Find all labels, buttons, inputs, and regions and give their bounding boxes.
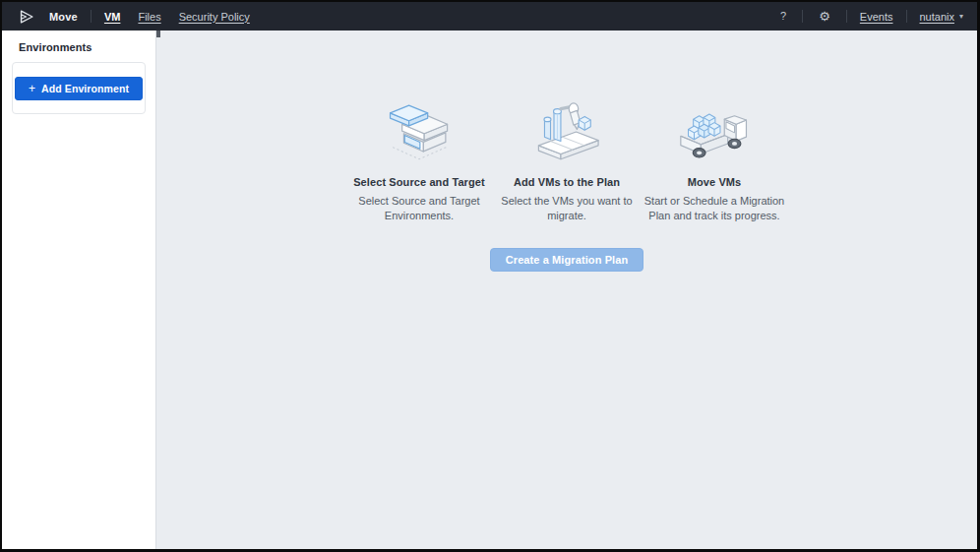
- environments-sidebar: Environments + Add Environment: [2, 31, 156, 549]
- user-menu[interactable]: nutanix ▾: [920, 11, 964, 23]
- step-add-vms: Add VMs to the Plan Select the VMs you w…: [493, 93, 641, 223]
- step-description: Start or Schedule a Migration Plan and t…: [641, 194, 788, 223]
- user-menu-label: nutanix: [920, 11, 954, 23]
- top-navbar: Move VM Files Security Policy ? ⚙ Events…: [2, 2, 977, 31]
- tab-files[interactable]: Files: [138, 11, 160, 23]
- nav-tabs: VM Files Security Policy: [104, 11, 250, 23]
- nav-divider: [802, 10, 803, 23]
- chevron-down-icon: ▾: [959, 13, 963, 21]
- help-button[interactable]: ?: [777, 9, 789, 24]
- events-link[interactable]: Events: [860, 11, 893, 23]
- step-select-source-target: Select Source and Target Select Source a…: [345, 93, 493, 223]
- tab-security-policy[interactable]: Security Policy: [179, 11, 250, 23]
- source-target-stack-illustration: [345, 93, 493, 166]
- step-title: Select Source and Target: [345, 176, 493, 188]
- step-move-vms: Move VMs Start or Schedule a Migration P…: [641, 93, 788, 223]
- add-environment-label: Add Environment: [41, 83, 129, 94]
- environments-card: + Add Environment: [12, 62, 146, 114]
- main-panel: Select Source and Target Select Source a…: [156, 31, 977, 549]
- scrollbar-thumb[interactable]: [156, 31, 160, 37]
- tab-vm[interactable]: VM: [104, 11, 121, 23]
- content-area: Environments + Add Environment: [2, 31, 977, 549]
- nav-divider: [91, 10, 92, 23]
- add-environment-button[interactable]: + Add Environment: [15, 77, 143, 100]
- truck-illustration: [641, 93, 788, 166]
- create-migration-plan-button[interactable]: Create a Migration Plan: [490, 248, 644, 272]
- onboarding-steps: Select Source and Target Select Source a…: [156, 31, 977, 223]
- nav-divider: [846, 10, 847, 23]
- step-description: Select the VMs you want to migrate.: [493, 194, 641, 223]
- step-title: Add VMs to the Plan: [493, 176, 641, 188]
- nav-right-group: ? ⚙ Events nutanix ▾: [777, 8, 963, 25]
- create-plan-row: Create a Migration Plan: [156, 248, 977, 272]
- step-description: Select Source and Target Environments.: [345, 194, 493, 223]
- crane-loader-illustration: [493, 93, 641, 166]
- move-app-window: Move VM Files Security Policy ? ⚙ Events…: [0, 0, 980, 552]
- sidebar-title: Environments: [12, 41, 146, 53]
- nav-divider: [906, 10, 907, 23]
- app-title: Move: [49, 11, 78, 23]
- step-title: Move VMs: [641, 176, 788, 188]
- gear-icon[interactable]: ⚙: [816, 8, 833, 25]
- plus-icon: +: [29, 83, 35, 94]
- nutanix-logo-icon: [17, 7, 36, 27]
